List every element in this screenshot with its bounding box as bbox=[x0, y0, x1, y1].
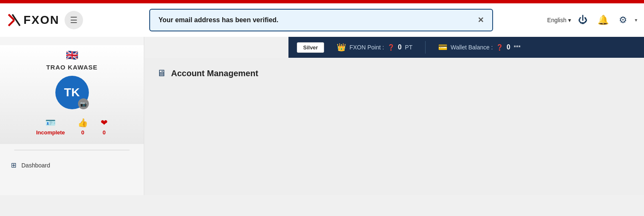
username: TRAO KAWASE bbox=[46, 64, 98, 71]
wallet-balance-label: Wallet Balance : bbox=[451, 44, 493, 51]
settings-button[interactable]: ⚙ bbox=[615, 12, 631, 28]
header: FXON ☰ Your email address has been verif… bbox=[0, 3, 644, 37]
wallet-balance-help-icon[interactable]: ❓ bbox=[496, 44, 503, 51]
top-bar bbox=[0, 0, 644, 3]
notification-message: Your email address has been verified. bbox=[158, 16, 278, 24]
gear-icon: ⚙ bbox=[619, 15, 627, 26]
flag-icon: 🇬🇧 bbox=[66, 49, 78, 61]
hamburger-button[interactable]: ☰ bbox=[65, 11, 83, 29]
wallet-icon: 💳 bbox=[438, 43, 447, 52]
fxon-point-label: FXON Point : bbox=[349, 44, 384, 51]
main-content: 🖥 Account Management bbox=[144, 58, 644, 195]
info-separator bbox=[425, 41, 426, 54]
language-selector[interactable]: English ▾ bbox=[547, 17, 571, 23]
power-icon: ⏻ bbox=[578, 15, 587, 26]
page-header: 🖥 Account Management bbox=[157, 68, 631, 79]
wallet-balance-item: 💳 Wallet Balance : ❓ 0 *** bbox=[438, 43, 521, 52]
logo-text: FXON bbox=[23, 13, 60, 27]
dashboard-icon: ⊞ bbox=[11, 161, 16, 169]
stats-row: 🪪 Incomplete 👍 0 ❤ 0 bbox=[36, 118, 108, 136]
notification-banner: Your email address has been verified. ✕ bbox=[149, 9, 493, 31]
avatar-camera-button[interactable]: 📷 bbox=[78, 98, 89, 109]
avatar-initials: TK bbox=[64, 86, 80, 99]
stat-hearts: ❤ 0 bbox=[101, 118, 108, 136]
user-profile: 🇬🇧 TRAO KAWASE TK 📷 🪪 Incomplete 👍 0 bbox=[0, 45, 144, 144]
thumbs-up-icon: 👍 bbox=[78, 118, 88, 128]
stat-likes: 👍 0 bbox=[78, 118, 88, 136]
sidebar-divider bbox=[14, 150, 129, 150]
logo-icon bbox=[7, 13, 22, 28]
chevron-down-icon: ▾ bbox=[568, 17, 571, 23]
likes-value: 0 bbox=[81, 129, 84, 136]
info-bar: Silver 👑 FXON Point : ❓ 0 PT 💳 Wallet Ba… bbox=[288, 37, 644, 58]
id-card-icon: 🪪 bbox=[45, 118, 56, 128]
fxon-point-item: 👑 FXON Point : ❓ 0 PT bbox=[337, 43, 412, 52]
sidebar-menu: ⊞ Dashboard bbox=[0, 156, 144, 174]
hearts-value: 0 bbox=[103, 129, 106, 136]
stat-id: 🪪 Incomplete bbox=[36, 118, 65, 136]
silver-badge: Silver bbox=[297, 42, 324, 53]
hamburger-icon: ☰ bbox=[70, 15, 78, 25]
page-title: Account Management bbox=[171, 69, 258, 78]
fxon-point-unit: PT bbox=[405, 44, 413, 51]
wallet-balance-masked: *** bbox=[514, 44, 520, 51]
bell-icon: 🔔 bbox=[597, 15, 609, 26]
fxon-point-value: 0 bbox=[398, 44, 402, 51]
wallet-balance-value: 0 bbox=[506, 44, 510, 51]
logo: FXON bbox=[7, 13, 60, 28]
power-button[interactable]: ⏻ bbox=[574, 12, 591, 28]
sidebar-item-dashboard-label: Dashboard bbox=[21, 162, 50, 169]
notifications-button[interactable]: 🔔 bbox=[595, 12, 611, 28]
fxon-point-help-icon[interactable]: ❓ bbox=[387, 44, 395, 51]
avatar-container: TK 📷 bbox=[55, 76, 89, 109]
crown-icon: 👑 bbox=[337, 43, 346, 52]
language-label: English bbox=[547, 17, 566, 23]
logo-area: FXON ☰ bbox=[7, 11, 141, 29]
notification-close-button[interactable]: ✕ bbox=[478, 15, 484, 25]
camera-icon: 📷 bbox=[80, 101, 87, 107]
id-status-label: Incomplete bbox=[36, 129, 65, 136]
main-layout: 🇬🇧 TRAO KAWASE TK 📷 🪪 Incomplete 👍 0 bbox=[0, 37, 644, 195]
right-panel: Silver 👑 FXON Point : ❓ 0 PT 💳 Wallet Ba… bbox=[144, 37, 644, 195]
header-right: English ▾ ⏻ 🔔 ⚙ ▾ bbox=[547, 12, 637, 28]
monitor-icon: 🖥 bbox=[157, 68, 166, 79]
settings-chevron: ▾ bbox=[635, 17, 637, 23]
sidebar: 🇬🇧 TRAO KAWASE TK 📷 🪪 Incomplete 👍 0 bbox=[0, 37, 144, 195]
heart-icon: ❤ bbox=[101, 118, 108, 128]
sidebar-item-dashboard[interactable]: ⊞ Dashboard bbox=[7, 156, 137, 174]
